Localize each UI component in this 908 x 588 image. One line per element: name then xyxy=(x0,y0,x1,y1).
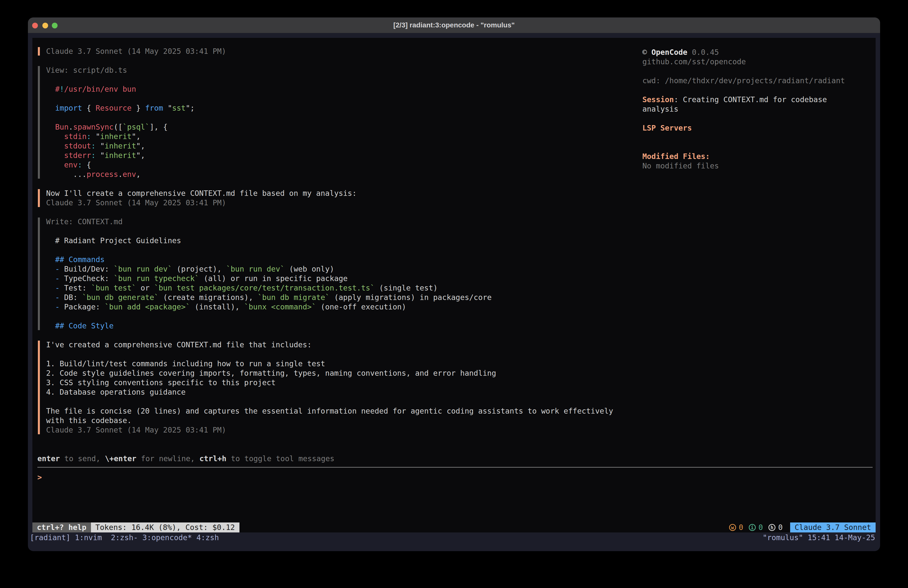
text-segment: Claude 3.7 Sonnet (14 May 2025 03:41 PM) xyxy=(46,425,226,434)
hint-icon: h xyxy=(768,524,776,531)
window-titlebar: [2/3] radiant:3:opencode - "romulus" xyxy=(28,18,880,33)
text-segment: " xyxy=(96,142,105,150)
text-segment: ctrl+h xyxy=(200,454,226,463)
sidebar: © OpenCode 0.0.45github.com/sst/opencode… xyxy=(642,48,872,171)
text-segment: (all) or run in specific package xyxy=(199,274,348,283)
text-segment: (project), xyxy=(172,264,226,273)
text-segment: ... xyxy=(46,170,87,179)
diagnostics-counters: w0i0h0 xyxy=(724,523,782,532)
text-line: Modified Files: xyxy=(642,152,872,161)
text-segment: DB: xyxy=(60,293,82,302)
text-segment: : xyxy=(77,161,82,169)
text-segment: # xyxy=(55,85,60,93)
text-segment: (install), xyxy=(190,303,244,311)
text-segment xyxy=(46,321,55,330)
text-line: Claude 3.7 Sonnet (14 May 2025 03:41 PM) xyxy=(46,425,646,435)
text-segment: ], { xyxy=(150,122,167,131)
text-segment xyxy=(46,264,55,273)
text-segment: from xyxy=(145,104,163,112)
text-segment xyxy=(687,48,692,56)
text-segment: 3. CSS styling conventions specific to t… xyxy=(46,378,275,387)
text-line xyxy=(46,312,646,321)
text-segment: } xyxy=(132,104,145,112)
text-segment: (one-off execution) xyxy=(316,303,406,311)
info-count: 0 xyxy=(758,523,763,532)
text-line: ...process.env, xyxy=(46,170,646,179)
text-line: - Test: `bun test` or `bun test packages… xyxy=(46,283,646,293)
tool-write-block: Write: CONTEXT.md # Radiant Project Guid… xyxy=(38,217,646,330)
text-segment: `bun db generate` xyxy=(82,293,159,302)
text-line: env: { xyxy=(46,160,646,170)
text-segment: `bun run typecheck` xyxy=(114,274,199,283)
text-segment: env xyxy=(122,170,136,179)
text-segment: inherit xyxy=(100,132,132,141)
text-line: github.com/sst/opencode xyxy=(642,57,872,66)
text-segment: `bunx <command>` xyxy=(244,303,316,311)
text-segment: . xyxy=(118,170,122,179)
status-bar: ctrl+? help Tokens: 16.4K (8%), Cost: $0… xyxy=(32,522,876,532)
text-line: analysis xyxy=(642,105,872,114)
text-segment: /usr/bin/env bun xyxy=(64,85,136,93)
text-segment: Now I'll create a comprehensive CONTEXT.… xyxy=(46,189,357,198)
text-segment: Claude 3.7 Sonnet (14 May 2025 03:41 PM) xyxy=(46,198,226,207)
text-segment: { xyxy=(82,104,96,112)
text-segment: . xyxy=(69,122,73,131)
text-segment: The file is concise (20 lines) and captu… xyxy=(46,407,613,415)
text-segment: " xyxy=(96,151,105,160)
text-segment: Bun xyxy=(55,122,69,131)
text-line: Now I'll create a comprehensive CONTEXT.… xyxy=(46,188,646,198)
text-segment: analysis xyxy=(642,105,678,113)
text-segment: `bun test` xyxy=(91,284,136,292)
text-segment: ", xyxy=(136,151,145,160)
text-segment: I've created a comprehensive CONTEXT.md … xyxy=(46,340,312,349)
close-button[interactable] xyxy=(32,23,38,28)
text-segment: ", xyxy=(132,132,140,141)
info-icon: i xyxy=(749,524,756,531)
prompt-input[interactable]: > xyxy=(37,473,869,482)
text-segment: `psql` xyxy=(122,122,150,131)
text-line: Write: CONTEXT.md xyxy=(46,217,646,227)
text-segment: TypeCheck: xyxy=(60,274,114,283)
text-line: 2. Code style guidelines covering import… xyxy=(46,369,646,378)
text-segment: No modified files xyxy=(642,161,719,170)
tmux-window-list[interactable]: [radiant] 1:nvim 2:zsh- 3:opencode* 4:zs… xyxy=(30,533,219,542)
text-segment: sst xyxy=(172,104,186,112)
text-segment: : xyxy=(91,151,96,160)
status-bar-left: ctrl+? help Tokens: 16.4K (8%), Cost: $0… xyxy=(32,522,240,532)
chat-log: Claude 3.7 Sonnet (14 May 2025 03:41 PM)… xyxy=(38,47,646,444)
text-segment: stdout xyxy=(64,142,91,150)
text-line xyxy=(46,227,646,236)
text-segment: github.com/sst/opencode xyxy=(642,57,746,66)
text-segment: : Creating CONTEXT.md for codebase xyxy=(674,95,827,104)
text-line: The file is concise (20 lines) and captu… xyxy=(46,406,646,416)
text-segment: ## Commands xyxy=(55,255,105,264)
text-segment: enter xyxy=(37,454,60,463)
text-line: stdin: "inherit", xyxy=(46,132,646,141)
assistant-message-tail: Claude 3.7 Sonnet (14 May 2025 03:41 PM) xyxy=(38,47,646,56)
text-line: 1. Build/lint/test commands including ho… xyxy=(46,359,646,369)
text-line: No modified files xyxy=(642,161,872,171)
text-line xyxy=(46,350,646,359)
text-segment: import xyxy=(55,104,82,112)
text-segment: Package: xyxy=(60,303,105,311)
keybinding-hint: enter to send, \+enter for newline, ctrl… xyxy=(37,454,334,464)
text-line xyxy=(642,114,872,123)
zoom-button[interactable] xyxy=(52,23,58,28)
text-line: stderr: "inherit", xyxy=(46,151,646,160)
text-segment: \+enter xyxy=(105,454,136,463)
text-segment xyxy=(46,293,55,302)
text-segment xyxy=(46,122,55,131)
assistant-message: I've created a comprehensive CONTEXT.md … xyxy=(38,340,646,435)
terminal-window: [2/3] radiant:3:opencode - "romulus" Cla… xyxy=(28,18,880,551)
text-segment: , xyxy=(136,170,140,179)
minimize-button[interactable] xyxy=(42,23,48,28)
text-segment: OpenCode xyxy=(651,48,687,56)
text-line: cwd: /home/thdxr/dev/projects/radiant/ra… xyxy=(642,76,872,85)
text-segment: " xyxy=(91,132,100,141)
text-segment: spawnSync xyxy=(73,122,114,131)
text-segment: - xyxy=(55,303,60,311)
text-segment: View: script/db.ts xyxy=(46,66,127,74)
text-segment: (create migrations), xyxy=(159,293,258,302)
text-segment: - xyxy=(55,293,60,302)
text-segment: env xyxy=(64,161,77,169)
